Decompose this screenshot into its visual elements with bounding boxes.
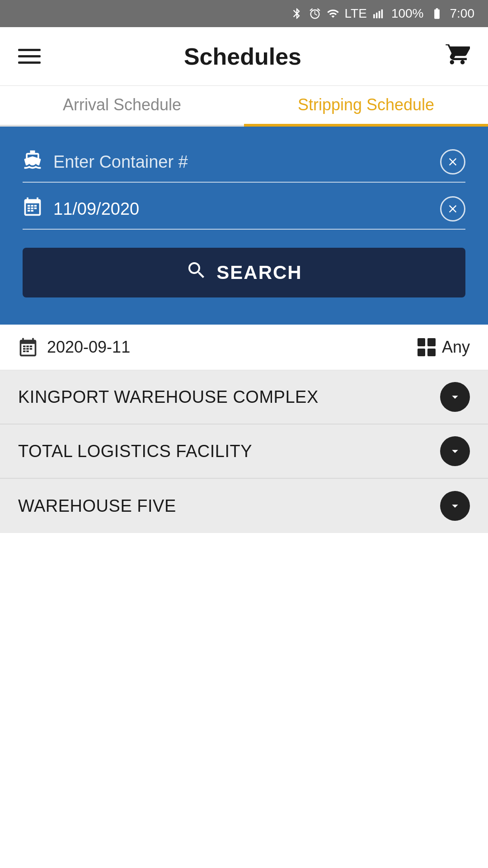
warehouse-item-3[interactable]: WAREHOUSE FIVE [0, 479, 488, 533]
clear-date-button[interactable] [440, 196, 465, 222]
warehouse-item-2[interactable]: TOTAL LOGISTICS FACILITY [0, 425, 488, 479]
filter-calendar-icon [18, 337, 38, 357]
svg-rect-0 [373, 14, 375, 18]
search-button[interactable]: SEARCH [23, 248, 465, 297]
status-bar: LTE 100% 7:00 [0, 0, 488, 27]
battery-percent: 100% [391, 6, 424, 21]
svg-rect-14 [30, 345, 33, 347]
svg-rect-15 [23, 348, 26, 350]
filter-date-value: 2020-09-11 [47, 338, 130, 357]
warehouse-item-1[interactable]: KINGPORT WAREHOUSE COMPLEX [0, 370, 488, 425]
time-display: 7:00 [450, 6, 475, 21]
bluetooth-icon [291, 7, 303, 20]
date-input[interactable] [53, 199, 429, 219]
alarm-icon [309, 7, 321, 20]
filter-type-label: Any [442, 338, 470, 357]
status-icons: LTE 100% 7:00 [291, 6, 474, 21]
search-label: SEARCH [216, 262, 302, 283]
svg-rect-2 [379, 11, 380, 18]
svg-rect-12 [23, 345, 26, 347]
warehouse-label-2: TOTAL LOGISTICS FACILITY [18, 442, 252, 461]
svg-rect-7 [28, 208, 30, 209]
svg-rect-13 [26, 345, 29, 347]
svg-rect-19 [26, 350, 29, 352]
tab-bar: Arrival Schedule Stripping Schedule [0, 86, 488, 127]
calendar-icon [23, 197, 42, 221]
cart-button[interactable] [445, 41, 470, 72]
svg-rect-11 [31, 210, 33, 212]
menu-button[interactable] [18, 49, 41, 64]
svg-rect-9 [34, 208, 37, 209]
tab-arrival[interactable]: Arrival Schedule [0, 86, 244, 127]
date-input-row [23, 196, 465, 230]
search-icon [186, 259, 207, 286]
filter-type-selector[interactable]: Any [418, 338, 470, 357]
wifi-icon [327, 7, 339, 20]
filter-bar: 2020-09-11 Any [0, 325, 488, 370]
page-title: Schedules [184, 43, 301, 70]
svg-rect-16 [26, 348, 29, 350]
svg-rect-5 [31, 205, 33, 207]
expand-warehouse-2[interactable] [440, 436, 470, 466]
clear-container-button[interactable] [440, 149, 465, 175]
svg-rect-3 [381, 9, 383, 19]
svg-rect-10 [28, 210, 30, 212]
svg-rect-18 [23, 350, 26, 352]
container-input[interactable] [53, 152, 429, 172]
ship-icon [23, 150, 42, 174]
expand-warehouse-1[interactable] [440, 382, 470, 412]
container-input-row [23, 149, 465, 183]
warehouse-label-1: KINGPORT WAREHOUSE COMPLEX [18, 387, 319, 407]
expand-warehouse-3[interactable] [440, 491, 470, 521]
app-header: Schedules [0, 27, 488, 86]
svg-rect-4 [28, 205, 30, 207]
svg-rect-1 [376, 13, 378, 19]
lte-label: LTE [345, 6, 367, 21]
svg-rect-17 [30, 348, 33, 350]
warehouse-list: KINGPORT WAREHOUSE COMPLEX TOTAL LOGISTI… [0, 370, 488, 533]
svg-rect-8 [31, 208, 33, 209]
battery-icon [429, 7, 445, 20]
grid-icon [418, 338, 436, 356]
tab-stripping[interactable]: Stripping Schedule [244, 86, 488, 127]
search-panel: SEARCH [0, 127, 488, 325]
warehouse-label-3: WAREHOUSE FIVE [18, 496, 176, 516]
signal-icon [372, 7, 386, 20]
filter-date: 2020-09-11 [18, 337, 130, 357]
svg-rect-6 [34, 205, 37, 207]
